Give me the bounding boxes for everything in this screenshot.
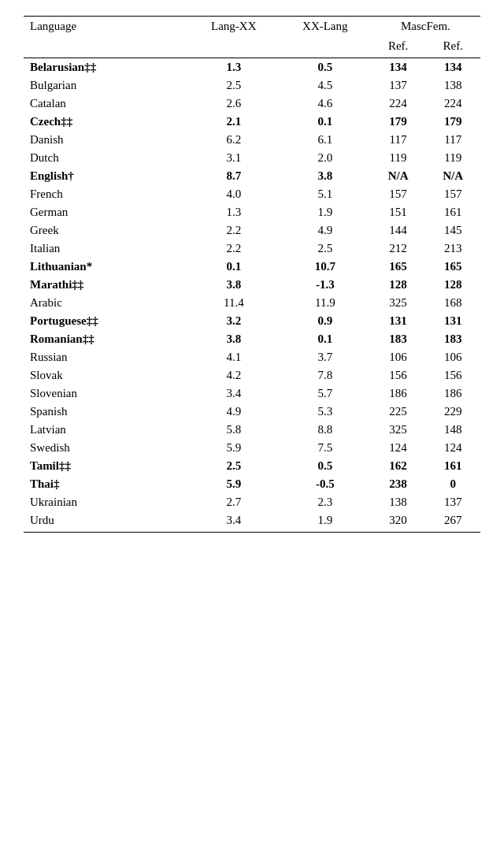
cell-langxx: 11.4 xyxy=(188,294,280,312)
col-header-fem-ref: Ref. xyxy=(425,36,480,58)
cell-fem-ref: 161 xyxy=(425,203,480,221)
cell-language: Dutch xyxy=(24,149,188,167)
table-row: Thai‡5.9-0.52380 xyxy=(24,475,480,493)
cell-xxlang: 0.5 xyxy=(280,457,371,475)
main-table-container: Language Lang-XX XX-Lang MascFem. Ref. R… xyxy=(24,16,480,842)
table-row: French4.05.1157157 xyxy=(24,185,480,203)
cell-langxx: 6.2 xyxy=(188,131,280,149)
cell-xxlang: 8.8 xyxy=(280,421,371,439)
col-header-langxx-empty xyxy=(188,36,280,58)
cell-language: English† xyxy=(24,167,188,185)
cell-xxlang: 10.7 xyxy=(280,258,371,276)
table-row: Urdu3.41.9320267 xyxy=(24,511,480,533)
cell-xxlang: 1.9 xyxy=(280,511,371,533)
cell-xxlang: 2.3 xyxy=(280,493,371,511)
cell-language: Thai‡ xyxy=(24,475,188,493)
cell-language: Latvian xyxy=(24,421,188,439)
cell-masc-ref: 325 xyxy=(371,294,426,312)
cell-fem-ref: 148 xyxy=(425,421,480,439)
cell-xxlang: 4.9 xyxy=(280,221,371,240)
cell-masc-ref: 156 xyxy=(371,366,426,384)
cell-fem-ref: 157 xyxy=(425,185,480,203)
table-row: Arabic11.411.9325168 xyxy=(24,294,480,312)
cell-masc-ref: 225 xyxy=(371,403,426,421)
cell-language: Belarusian‡‡ xyxy=(24,58,188,77)
cell-xxlang: 2.5 xyxy=(280,240,371,258)
col-header-lang-empty xyxy=(24,36,188,58)
cell-langxx: 1.3 xyxy=(188,58,280,77)
cell-fem-ref: 229 xyxy=(425,403,480,421)
cell-langxx: 5.9 xyxy=(188,439,280,457)
cell-masc-ref: 117 xyxy=(371,131,426,149)
cell-fem-ref: 224 xyxy=(425,95,480,113)
cell-xxlang: 0.9 xyxy=(280,312,371,330)
table-row: Slovenian3.45.7186186 xyxy=(24,384,480,403)
cell-masc-ref: 144 xyxy=(371,221,426,240)
cell-langxx: 2.5 xyxy=(188,457,280,475)
cell-fem-ref: 156 xyxy=(425,366,480,384)
cell-xxlang: 3.8 xyxy=(280,167,371,185)
cell-fem-ref: 128 xyxy=(425,276,480,294)
cell-language: Romanian‡‡ xyxy=(24,330,188,348)
cell-langxx: 2.5 xyxy=(188,76,280,95)
cell-masc-ref: 325 xyxy=(371,421,426,439)
header-row-2: Ref. Ref. xyxy=(24,36,480,58)
cell-xxlang: -1.3 xyxy=(280,276,371,294)
cell-language: Ukrainian xyxy=(24,493,188,511)
cell-fem-ref: 0 xyxy=(425,475,480,493)
cell-fem-ref: 183 xyxy=(425,330,480,348)
cell-language: Urdu xyxy=(24,511,188,533)
cell-fem-ref: 124 xyxy=(425,439,480,457)
cell-xxlang: 0.1 xyxy=(280,113,371,131)
cell-xxlang: -0.5 xyxy=(280,475,371,493)
cell-language: French xyxy=(24,185,188,203)
cell-fem-ref: 213 xyxy=(425,240,480,258)
cell-fem-ref: 161 xyxy=(425,457,480,475)
cell-xxlang: 4.6 xyxy=(280,95,371,113)
cell-masc-ref: 186 xyxy=(371,384,426,403)
cell-language: Marathi‡‡ xyxy=(24,276,188,294)
cell-fem-ref: 138 xyxy=(425,76,480,95)
cell-masc-ref: 212 xyxy=(371,240,426,258)
cell-langxx: 3.4 xyxy=(188,511,280,533)
cell-masc-ref: 106 xyxy=(371,348,426,366)
table-row: Tamil‡‡2.50.5162161 xyxy=(24,457,480,475)
cell-xxlang: 3.7 xyxy=(280,348,371,366)
table-row: Czech‡‡2.10.1179179 xyxy=(24,113,480,131)
cell-fem-ref: 165 xyxy=(425,258,480,276)
table-row: German1.31.9151161 xyxy=(24,203,480,221)
cell-xxlang: 5.1 xyxy=(280,185,371,203)
cell-masc-ref: 320 xyxy=(371,511,426,533)
table-row: English†8.73.8N/AN/A xyxy=(24,167,480,185)
cell-masc-ref: 179 xyxy=(371,113,426,131)
cell-langxx: 4.0 xyxy=(188,185,280,203)
table-row: Belarusian‡‡1.30.5134134 xyxy=(24,58,480,77)
cell-langxx: 8.7 xyxy=(188,167,280,185)
cell-language: Czech‡‡ xyxy=(24,113,188,131)
cell-langxx: 4.2 xyxy=(188,366,280,384)
table-row: Ukrainian2.72.3138137 xyxy=(24,493,480,511)
col-header-xxlang-empty xyxy=(280,36,371,58)
col-header-language: Language xyxy=(24,17,188,37)
table-row: Marathi‡‡3.8-1.3128128 xyxy=(24,276,480,294)
table-row: Greek2.24.9144145 xyxy=(24,221,480,240)
cell-langxx: 3.4 xyxy=(188,384,280,403)
table-row: Swedish5.97.5124124 xyxy=(24,439,480,457)
data-table: Language Lang-XX XX-Lang MascFem. Ref. R… xyxy=(24,16,480,533)
cell-xxlang: 7.8 xyxy=(280,366,371,384)
cell-xxlang: 4.5 xyxy=(280,76,371,95)
table-row: Dutch3.12.0119119 xyxy=(24,149,480,167)
cell-fem-ref: 117 xyxy=(425,131,480,149)
cell-language: Spanish xyxy=(24,403,188,421)
cell-fem-ref: 134 xyxy=(425,58,480,77)
cell-masc-ref: N/A xyxy=(371,167,426,185)
cell-fem-ref: 145 xyxy=(425,221,480,240)
cell-fem-ref: 131 xyxy=(425,312,480,330)
table-row: Latvian5.88.8325148 xyxy=(24,421,480,439)
cell-langxx: 2.7 xyxy=(188,493,280,511)
cell-masc-ref: 138 xyxy=(371,493,426,511)
cell-langxx: 1.3 xyxy=(188,203,280,221)
cell-language: Greek xyxy=(24,221,188,240)
cell-language: Portuguese‡‡ xyxy=(24,312,188,330)
cell-fem-ref: 186 xyxy=(425,384,480,403)
